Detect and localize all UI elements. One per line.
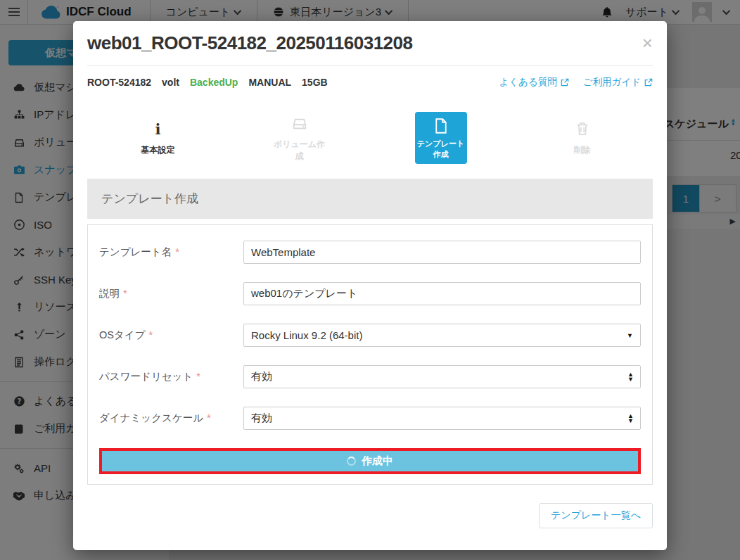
required-asterisk: * [196,371,200,382]
help-links: よくある質問 ご利用ガイド [499,76,653,89]
faq-link[interactable]: よくある質問 [499,76,568,89]
status-badge: BackedUp [190,77,238,88]
form-row-password-reset: パスワードリセット* 有効 ▲▼ [99,365,641,388]
guide-link[interactable]: ご利用ガイド [583,76,653,89]
form-row-dynamic-scale: ダイナミックスケール* 有効 ▲▼ [99,407,641,430]
os-type-label: OSタイプ* [99,329,243,342]
modal-header: web01_ROOT-524182_20250116031208 × [87,21,653,66]
loading-spinner-icon [347,457,356,466]
volume-type: volt [162,77,179,88]
file-icon [433,117,449,135]
template-name-input[interactable] [243,241,641,264]
updown-arrows-icon: ▲▼ [627,414,634,423]
required-asterisk: * [148,329,153,341]
password-reset-label: パスワードリセット* [99,370,243,383]
snapshot-meta: ROOT-524182 volt BackedUp MANUAL 15GB よく… [87,66,653,98]
form-row-template-name: テンプレート名* [99,241,641,264]
tab-create-template[interactable]: テンプレート作成 [370,112,511,164]
modal-footer: テンプレート一覧へ [87,503,653,528]
template-list-button[interactable]: テンプレート一覧へ [539,503,653,528]
create-template-button[interactable]: 作成中 [99,448,641,474]
section-title: テンプレート作成 [87,179,653,219]
form-row-description: 説明* [99,282,641,305]
required-asterisk: * [207,412,211,424]
modal-title: web01_ROOT-524182_20250116031208 [87,32,413,54]
template-name-label: テンプレート名* [99,246,243,259]
dropdown-arrow-icon: ▼ [627,332,633,339]
external-link-icon [644,78,653,87]
form-row-os-type: OSタイプ* Rocky Linux 9.2 (64-bit) ▼ [99,324,641,347]
dynamic-scale-select[interactable]: 有効 ▲▼ [243,407,641,430]
os-type-select[interactable]: Rocky Linux 9.2 (64-bit) ▼ [243,324,641,347]
snapshot-modal: web01_ROOT-524182_20250116031208 × ROOT-… [73,21,667,550]
required-asterisk: * [175,246,179,257]
close-icon[interactable]: × [642,34,653,52]
description-label: 説明* [99,287,243,300]
tab-basic-settings[interactable]: i 基本設定 [87,120,229,155]
modal-step-tabs: i 基本設定 ボリューム作成 テンプレート作成 [87,98,653,177]
template-form: テンプレート名* 説明* OSタイプ* Rocky Linux 9.2 (64-… [87,224,653,485]
external-link-icon [561,78,569,87]
updown-arrows-icon: ▲▼ [627,372,634,381]
dynamic-scale-label: ダイナミックスケール* [99,412,243,425]
description-input[interactable] [243,282,641,305]
volume-size: 15GB [302,77,328,88]
active-step-box[interactable]: テンプレート作成 [415,112,467,164]
snapshot-mode: MANUAL [248,77,291,88]
hdd-icon [291,114,308,132]
info-icon: i [155,120,161,138]
trash-icon [575,120,590,138]
volume-id: ROOT-524182 [87,77,151,88]
tab-create-volume: ボリューム作成 [229,114,370,161]
screen: IDCF Cloud コンピュート 東日本リージョン3 サポート [0,0,740,560]
required-asterisk: * [123,288,127,299]
tab-delete: 削除 [511,120,653,155]
password-reset-select[interactable]: 有効 ▲▼ [243,365,641,388]
